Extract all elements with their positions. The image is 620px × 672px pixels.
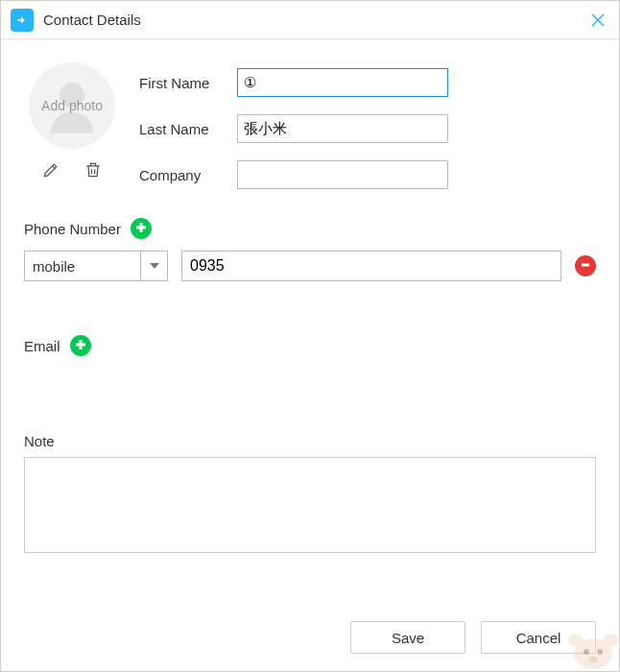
- plus-icon: [75, 338, 86, 353]
- first-name-input[interactable]: [237, 68, 448, 97]
- first-name-label: First Name: [139, 75, 226, 91]
- phone-type-select[interactable]: mobile: [24, 251, 168, 281]
- phone-entry-row: mobile: [24, 251, 596, 281]
- content-area: Add photo Fir: [1, 39, 619, 608]
- add-photo-button[interactable]: Add photo: [29, 62, 115, 149]
- phone-section-header: Phone Number: [24, 218, 596, 239]
- note-section: Note: [24, 433, 596, 556]
- plus-icon: [135, 221, 147, 236]
- last-name-label: Last Name: [139, 121, 226, 137]
- name-fields: First Name Last Name Company: [139, 62, 596, 189]
- note-label: Note: [24, 433, 596, 449]
- save-button[interactable]: Save: [350, 621, 465, 654]
- pencil-icon: [41, 160, 60, 182]
- trash-icon: [83, 160, 103, 182]
- email-section: Email: [24, 335, 596, 356]
- note-textarea[interactable]: [24, 457, 596, 553]
- window-title: Contact Details: [43, 12, 586, 28]
- phone-section: Phone Number mobile: [24, 218, 596, 281]
- button-bar: Save Cancel: [1, 608, 619, 671]
- chevron-down-icon: [140, 252, 167, 280]
- close-button[interactable]: [586, 9, 609, 32]
- last-name-input[interactable]: [237, 114, 448, 143]
- add-photo-label: Add photo: [41, 98, 103, 113]
- company-row: Company: [139, 160, 596, 189]
- phone-number-input[interactable]: [181, 251, 561, 281]
- company-input[interactable]: [237, 160, 448, 189]
- first-name-row: First Name: [139, 68, 596, 97]
- minus-icon: [580, 258, 591, 274]
- name-section: Add photo Fir: [24, 62, 596, 189]
- photo-column: Add photo: [24, 62, 120, 189]
- photo-actions: [40, 160, 104, 181]
- add-phone-button[interactable]: [131, 218, 152, 239]
- contact-details-window: Contact Details Add photo: [0, 0, 620, 672]
- company-label: Company: [139, 167, 226, 183]
- email-section-header: Email: [24, 335, 596, 356]
- edit-photo-button[interactable]: [40, 160, 61, 181]
- phone-section-label: Phone Number: [24, 221, 121, 237]
- app-icon: [11, 9, 34, 32]
- delete-photo-button[interactable]: [83, 160, 104, 181]
- phone-type-value: mobile: [25, 258, 140, 275]
- last-name-row: Last Name: [139, 114, 596, 143]
- add-email-button[interactable]: [70, 335, 91, 356]
- titlebar: Contact Details: [1, 1, 619, 39]
- cancel-button[interactable]: Cancel: [481, 621, 596, 654]
- email-section-label: Email: [24, 338, 60, 354]
- remove-phone-button[interactable]: [575, 255, 596, 276]
